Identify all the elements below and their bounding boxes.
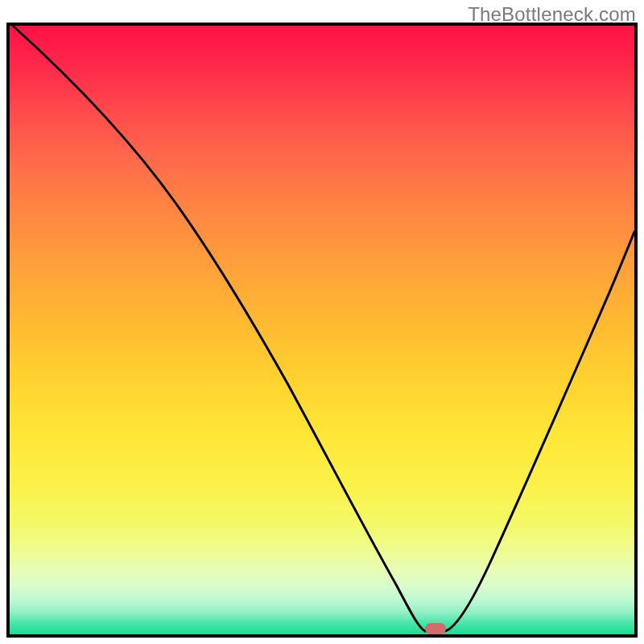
watermark-text: TheBottleneck.com	[468, 3, 636, 26]
chart-frame	[6, 23, 638, 638]
optimum-marker	[425, 623, 446, 634]
bottleneck-curve-path	[13, 26, 634, 631]
chart-stage: TheBottleneck.com	[0, 0, 644, 644]
chart-svg	[6, 23, 638, 638]
